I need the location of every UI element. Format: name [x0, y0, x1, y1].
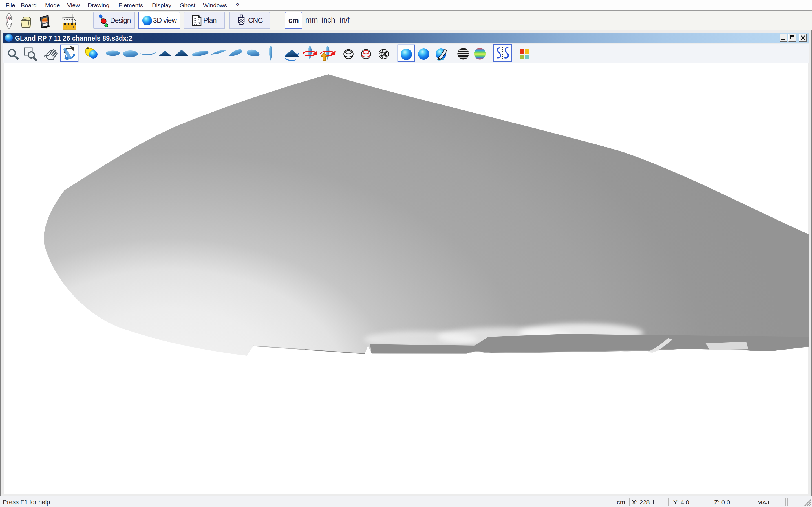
- svg-text:1: 1: [65, 25, 67, 29]
- svg-text:0: 0: [71, 25, 74, 29]
